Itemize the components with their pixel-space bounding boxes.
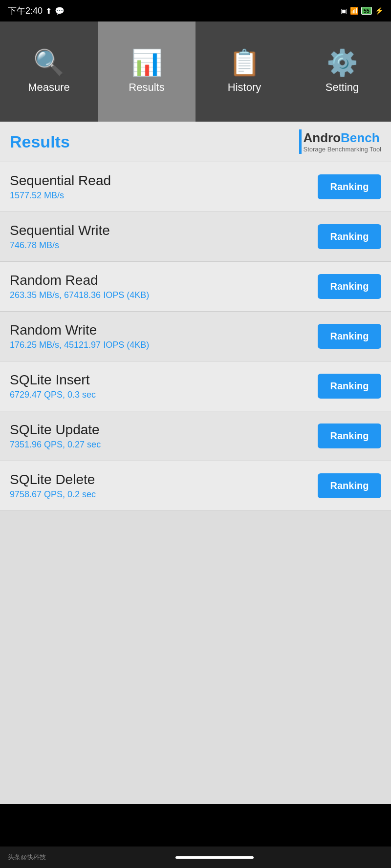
setting-icon: ⚙️ (326, 50, 358, 75)
ranking-button-sequential-write[interactable]: Ranking (318, 224, 381, 249)
benchmark-name-random-read: Random Read (10, 273, 149, 288)
tab-results[interactable]: 📊 Results (98, 21, 196, 122)
benchmark-value-random-read: 263.35 MB/s, 67418.36 IOPS (4KB) (10, 290, 149, 300)
tab-measure-label: Measure (28, 81, 70, 94)
measure-icon: 🔍 (33, 50, 65, 75)
benchmark-name-sqlite-update: SQLite Update (10, 422, 101, 438)
benchmark-item-sqlite-insert: SQLite Insert 6729.47 QPS, 0.3 sec Ranki… (0, 361, 391, 411)
benchmark-name-sequential-write: Sequential Write (10, 223, 110, 238)
benchmark-item-random-read: Random Read 263.35 MB/s, 67418.36 IOPS (… (0, 262, 391, 312)
logo-name: AndroBench (304, 130, 380, 146)
benchmark-item-sqlite-delete: SQLite Delete 9758.67 QPS, 0.2 sec Ranki… (0, 461, 391, 511)
benchmark-name-sequential-read: Sequential Read (10, 173, 111, 189)
benchmark-info-sequential-read: Sequential Read 1577.52 MB/s (10, 173, 111, 201)
benchmark-info-sqlite-delete: SQLite Delete 9758.67 QPS, 0.2 sec (10, 472, 96, 500)
tab-bar: 🔍 Measure 📊 Results 📋 History ⚙️ Setting (0, 21, 391, 122)
benchmark-list: Sequential Read 1577.52 MB/s Ranking Seq… (0, 162, 391, 511)
tab-setting-label: Setting (326, 81, 359, 94)
benchmark-item-random-write: Random Write 176.25 MB/s, 45121.97 IOPS … (0, 312, 391, 361)
tab-setting[interactable]: ⚙️ Setting (293, 21, 391, 122)
status-bar: 下午2:40 ⬆ 💬 ▣ 📶 55 ⚡ (0, 0, 391, 21)
tab-history-label: History (228, 81, 261, 94)
ranking-button-sqlite-delete[interactable]: Ranking (318, 473, 381, 498)
ranking-button-random-write[interactable]: Ranking (318, 324, 381, 349)
watermark: 头条@快科技 (8, 853, 46, 862)
tab-history[interactable]: 📋 History (196, 21, 293, 122)
benchmark-item-sequential-write: Sequential Write 746.78 MB/s Ranking (0, 212, 391, 262)
status-bar-left: 下午2:40 ⬆ 💬 (8, 5, 65, 17)
time-display: 下午2:40 (8, 5, 43, 17)
content-area (0, 511, 391, 804)
benchmark-info-random-read: Random Read 263.35 MB/s, 67418.36 IOPS (… (10, 273, 149, 300)
battery-display: 55 (361, 7, 372, 15)
ranking-button-sequential-read[interactable]: Ranking (318, 174, 381, 199)
benchmark-value-sqlite-update: 7351.96 QPS, 0.27 sec (10, 440, 101, 450)
tab-results-label: Results (129, 81, 164, 94)
benchmark-name-sqlite-insert: SQLite Insert (10, 372, 96, 388)
logo-subtitle: Storage Benchmarking Tool (304, 146, 381, 153)
charging-icon: ⚡ (375, 7, 383, 15)
wifi-icon: 📶 (350, 7, 358, 15)
history-icon: 📋 (229, 50, 261, 75)
benchmark-info-sqlite-insert: SQLite Insert 6729.47 QPS, 0.3 sec (10, 372, 96, 400)
benchmark-item-sequential-read: Sequential Read 1577.52 MB/s Ranking (0, 162, 391, 212)
tab-measure[interactable]: 🔍 Measure (0, 21, 98, 122)
results-title: Results (10, 132, 70, 151)
androbench-logo: AndroBench Storage Benchmarking Tool (299, 129, 381, 154)
ranking-button-sqlite-update[interactable]: Ranking (318, 423, 381, 448)
results-icon: 📊 (131, 50, 163, 75)
benchmark-info-random-write: Random Write 176.25 MB/s, 45121.97 IOPS … (10, 322, 149, 350)
screen-icon: ▣ (341, 7, 347, 15)
benchmark-name-sqlite-delete: SQLite Delete (10, 472, 96, 487)
chat-icon: 💬 (55, 6, 65, 16)
results-header: Results AndroBench Storage Benchmarking … (0, 122, 391, 162)
benchmark-info-sequential-write: Sequential Write 746.78 MB/s (10, 223, 110, 251)
benchmark-value-sequential-write: 746.78 MB/s (10, 240, 110, 251)
bottom-bar: 头条@快科技 (0, 847, 391, 868)
status-bar-right: ▣ 📶 55 ⚡ (341, 7, 383, 15)
benchmark-item-sqlite-update: SQLite Update 7351.96 QPS, 0.27 sec Rank… (0, 411, 391, 461)
ranking-button-sqlite-insert[interactable]: Ranking (318, 374, 381, 399)
ranking-button-random-read[interactable]: Ranking (318, 274, 381, 299)
benchmark-value-sqlite-insert: 6729.47 QPS, 0.3 sec (10, 390, 96, 400)
benchmark-name-random-write: Random Write (10, 322, 149, 338)
home-indicator (175, 856, 254, 859)
benchmark-value-sqlite-delete: 9758.67 QPS, 0.2 sec (10, 489, 96, 500)
benchmark-info-sqlite-update: SQLite Update 7351.96 QPS, 0.27 sec (10, 422, 101, 450)
logo-text: AndroBench Storage Benchmarking Tool (304, 130, 381, 153)
benchmark-value-sequential-read: 1577.52 MB/s (10, 191, 111, 201)
logo-bar-decoration (299, 129, 302, 154)
upload-icon: ⬆ (45, 6, 52, 16)
benchmark-value-random-write: 176.25 MB/s, 45121.97 IOPS (4KB) (10, 340, 149, 350)
